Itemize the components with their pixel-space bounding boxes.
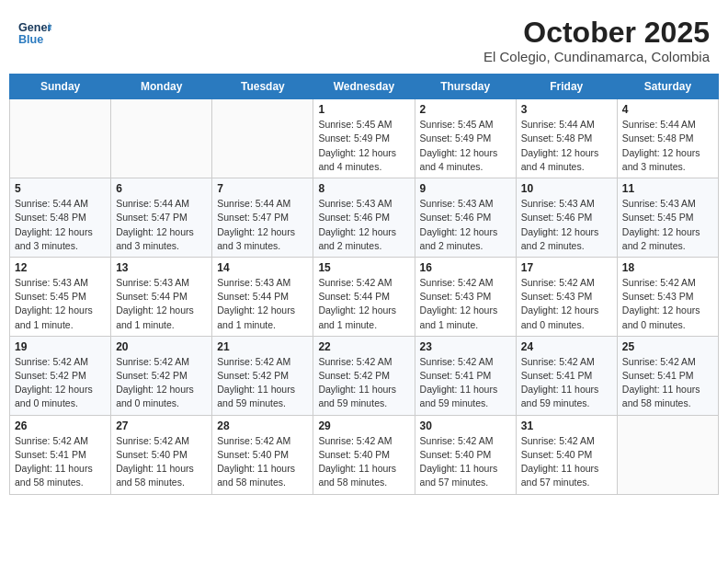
- day-number: 5: [15, 182, 106, 195]
- day-number: 2: [420, 103, 511, 116]
- day-number: 16: [420, 261, 511, 274]
- calendar-cell-w4-d4: 22Sunrise: 5:42 AMSunset: 5:42 PMDayligh…: [313, 336, 415, 415]
- day-number: 6: [116, 182, 207, 195]
- calendar-cell-w4-d1: 19Sunrise: 5:42 AMSunset: 5:42 PMDayligh…: [10, 336, 111, 415]
- day-number: 18: [622, 261, 713, 274]
- day-number: 15: [318, 261, 409, 274]
- day-info: Sunrise: 5:42 AMSunset: 5:40 PMDaylight:…: [116, 434, 207, 490]
- col-saturday: Saturday: [617, 75, 718, 99]
- page-subtitle: El Colegio, Cundinamarca, Colombia: [483, 49, 710, 64]
- day-number: 7: [217, 182, 308, 195]
- calendar-week-2: 5Sunrise: 5:44 AMSunset: 5:48 PMDaylight…: [10, 178, 719, 258]
- calendar-cell-w5-d2: 27Sunrise: 5:42 AMSunset: 5:40 PMDayligh…: [111, 415, 212, 494]
- calendar-cell-w2-d2: 6Sunrise: 5:44 AMSunset: 5:47 PMDaylight…: [111, 178, 212, 258]
- day-info: Sunrise: 5:42 AMSunset: 5:43 PMDaylight:…: [420, 276, 511, 332]
- calendar-cell-w1-d6: 3Sunrise: 5:44 AMSunset: 5:48 PMDaylight…: [516, 99, 617, 178]
- calendar-header-row: Sunday Monday Tuesday Wednesday Thursday…: [10, 75, 719, 99]
- calendar-cell-w2-d6: 10Sunrise: 5:43 AMSunset: 5:46 PMDayligh…: [516, 178, 617, 258]
- calendar-week-5: 26Sunrise: 5:42 AMSunset: 5:41 PMDayligh…: [10, 415, 719, 494]
- day-number: 17: [521, 261, 612, 274]
- day-number: 29: [318, 419, 409, 432]
- day-info: Sunrise: 5:44 AMSunset: 5:48 PMDaylight:…: [622, 118, 713, 174]
- calendar-cell-w1-d5: 2Sunrise: 5:45 AMSunset: 5:49 PMDaylight…: [415, 99, 516, 178]
- day-number: 31: [521, 419, 612, 432]
- page-title: October 2025: [483, 17, 710, 49]
- calendar-cell-w4-d6: 24Sunrise: 5:42 AMSunset: 5:41 PMDayligh…: [516, 336, 617, 415]
- calendar-week-1: 1Sunrise: 5:45 AMSunset: 5:49 PMDaylight…: [10, 99, 719, 178]
- day-number: 28: [217, 419, 308, 432]
- calendar-cell-w5-d1: 26Sunrise: 5:42 AMSunset: 5:41 PMDayligh…: [10, 415, 111, 494]
- day-number: 8: [318, 182, 409, 195]
- day-number: 20: [116, 340, 207, 353]
- day-info: Sunrise: 5:42 AMSunset: 5:40 PMDaylight:…: [318, 434, 409, 490]
- day-number: 1: [318, 103, 409, 116]
- logo: General Blue: [18, 17, 51, 50]
- day-info: Sunrise: 5:43 AMSunset: 5:46 PMDaylight:…: [420, 197, 511, 253]
- day-number: 11: [622, 182, 713, 195]
- day-info: Sunrise: 5:45 AMSunset: 5:49 PMDaylight:…: [318, 118, 409, 174]
- logo-icon: General Blue: [18, 17, 51, 50]
- day-number: 9: [420, 182, 511, 195]
- calendar-cell-w2-d5: 9Sunrise: 5:43 AMSunset: 5:46 PMDaylight…: [415, 178, 516, 258]
- calendar-cell-w3-d7: 18Sunrise: 5:42 AMSunset: 5:43 PMDayligh…: [617, 257, 718, 336]
- day-info: Sunrise: 5:42 AMSunset: 5:42 PMDaylight:…: [15, 355, 106, 411]
- calendar-cell-w1-d1: [10, 99, 111, 178]
- calendar-cell-w5-d6: 31Sunrise: 5:42 AMSunset: 5:40 PMDayligh…: [516, 415, 617, 494]
- day-info: Sunrise: 5:43 AMSunset: 5:46 PMDaylight:…: [521, 197, 612, 253]
- day-info: Sunrise: 5:42 AMSunset: 5:43 PMDaylight:…: [622, 276, 713, 332]
- day-number: 30: [420, 419, 511, 432]
- day-info: Sunrise: 5:44 AMSunset: 5:48 PMDaylight:…: [521, 118, 612, 174]
- calendar-cell-w4-d2: 20Sunrise: 5:42 AMSunset: 5:42 PMDayligh…: [111, 336, 212, 415]
- day-number: 12: [15, 261, 106, 274]
- calendar-cell-w4-d7: 25Sunrise: 5:42 AMSunset: 5:41 PMDayligh…: [617, 336, 718, 415]
- calendar-cell-w2-d3: 7Sunrise: 5:44 AMSunset: 5:47 PMDaylight…: [212, 178, 313, 258]
- calendar-cell-w5-d4: 29Sunrise: 5:42 AMSunset: 5:40 PMDayligh…: [313, 415, 415, 494]
- day-info: Sunrise: 5:42 AMSunset: 5:40 PMDaylight:…: [420, 434, 511, 490]
- calendar-table: Sunday Monday Tuesday Wednesday Thursday…: [9, 74, 719, 494]
- calendar-cell-w3-d1: 12Sunrise: 5:43 AMSunset: 5:45 PMDayligh…: [10, 257, 111, 336]
- day-number: 26: [15, 419, 106, 432]
- col-tuesday: Tuesday: [212, 75, 313, 99]
- calendar-week-3: 12Sunrise: 5:43 AMSunset: 5:45 PMDayligh…: [10, 257, 719, 336]
- calendar-cell-w4-d3: 21Sunrise: 5:42 AMSunset: 5:42 PMDayligh…: [212, 336, 313, 415]
- title-block: October 2025 El Colegio, Cundinamarca, C…: [483, 17, 710, 64]
- page-header: General Blue October 2025 El Colegio, Cu…: [9, 9, 719, 68]
- calendar-cell-w1-d2: [111, 99, 212, 178]
- day-info: Sunrise: 5:42 AMSunset: 5:43 PMDaylight:…: [521, 276, 612, 332]
- calendar-cell-w3-d2: 13Sunrise: 5:43 AMSunset: 5:44 PMDayligh…: [111, 257, 212, 336]
- day-info: Sunrise: 5:42 AMSunset: 5:41 PMDaylight:…: [521, 355, 612, 411]
- day-info: Sunrise: 5:42 AMSunset: 5:42 PMDaylight:…: [116, 355, 207, 411]
- day-number: 27: [116, 419, 207, 432]
- day-info: Sunrise: 5:42 AMSunset: 5:41 PMDaylight:…: [15, 434, 106, 490]
- day-number: 24: [521, 340, 612, 353]
- day-number: 23: [420, 340, 511, 353]
- day-info: Sunrise: 5:44 AMSunset: 5:47 PMDaylight:…: [217, 197, 308, 253]
- day-info: Sunrise: 5:42 AMSunset: 5:40 PMDaylight:…: [521, 434, 612, 490]
- calendar-cell-w3-d5: 16Sunrise: 5:42 AMSunset: 5:43 PMDayligh…: [415, 257, 516, 336]
- day-number: 14: [217, 261, 308, 274]
- day-info: Sunrise: 5:43 AMSunset: 5:44 PMDaylight:…: [217, 276, 308, 332]
- col-sunday: Sunday: [10, 75, 111, 99]
- day-info: Sunrise: 5:42 AMSunset: 5:41 PMDaylight:…: [622, 355, 713, 411]
- calendar-cell-w1-d7: 4Sunrise: 5:44 AMSunset: 5:48 PMDaylight…: [617, 99, 718, 178]
- calendar-cell-w2-d4: 8Sunrise: 5:43 AMSunset: 5:46 PMDaylight…: [313, 178, 415, 258]
- day-number: 22: [318, 340, 409, 353]
- day-info: Sunrise: 5:43 AMSunset: 5:45 PMDaylight:…: [15, 276, 106, 332]
- day-number: 25: [622, 340, 713, 353]
- calendar-cell-w1-d4: 1Sunrise: 5:45 AMSunset: 5:49 PMDaylight…: [313, 99, 415, 178]
- day-info: Sunrise: 5:42 AMSunset: 5:42 PMDaylight:…: [217, 355, 308, 411]
- calendar-cell-w1-d3: [212, 99, 313, 178]
- day-number: 4: [622, 103, 713, 116]
- calendar-cell-w2-d1: 5Sunrise: 5:44 AMSunset: 5:48 PMDaylight…: [10, 178, 111, 258]
- day-info: Sunrise: 5:42 AMSunset: 5:44 PMDaylight:…: [318, 276, 409, 332]
- calendar-cell-w3-d4: 15Sunrise: 5:42 AMSunset: 5:44 PMDayligh…: [313, 257, 415, 336]
- calendar-cell-w2-d7: 11Sunrise: 5:43 AMSunset: 5:45 PMDayligh…: [617, 178, 718, 258]
- day-number: 21: [217, 340, 308, 353]
- calendar-week-4: 19Sunrise: 5:42 AMSunset: 5:42 PMDayligh…: [10, 336, 719, 415]
- day-info: Sunrise: 5:42 AMSunset: 5:41 PMDaylight:…: [420, 355, 511, 411]
- day-info: Sunrise: 5:45 AMSunset: 5:49 PMDaylight:…: [420, 118, 511, 174]
- col-wednesday: Wednesday: [313, 75, 415, 99]
- calendar-cell-w4-d5: 23Sunrise: 5:42 AMSunset: 5:41 PMDayligh…: [415, 336, 516, 415]
- calendar-cell-w5-d5: 30Sunrise: 5:42 AMSunset: 5:40 PMDayligh…: [415, 415, 516, 494]
- day-number: 19: [15, 340, 106, 353]
